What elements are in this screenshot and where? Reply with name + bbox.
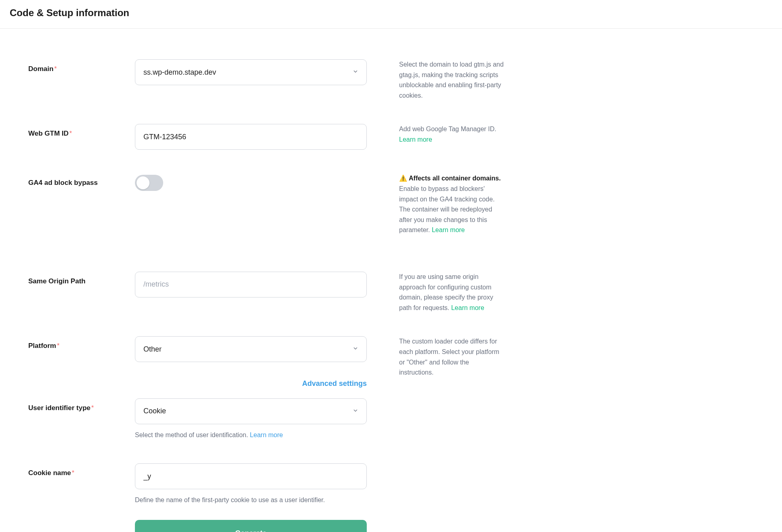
generate-button[interactable]: Generate bbox=[135, 520, 367, 532]
cookie-name-label: Cookie name bbox=[28, 469, 71, 477]
required-asterisk: * bbox=[69, 130, 72, 137]
web-gtm-id-input[interactable] bbox=[135, 124, 367, 150]
ga4-bypass-learn-more-link[interactable]: Learn more bbox=[432, 226, 465, 233]
input-col: Define the name of the first-party cooki… bbox=[135, 463, 367, 505]
label-col: GA4 ad block bypass bbox=[28, 173, 135, 187]
required-asterisk: * bbox=[72, 469, 74, 476]
input-col bbox=[135, 272, 367, 297]
row-domain: Domain* ss.wp-demo.stape.dev Select the … bbox=[28, 59, 505, 101]
input-col: ss.wp-demo.stape.dev bbox=[135, 59, 367, 85]
required-asterisk: * bbox=[57, 342, 59, 349]
domain-select[interactable]: ss.wp-demo.stape.dev bbox=[135, 59, 367, 85]
same-origin-path-help: If you are using same origin approach fo… bbox=[399, 272, 505, 313]
input-col bbox=[135, 124, 367, 150]
ga4-bypass-help: ⚠️Affects all container domains. Enable … bbox=[399, 173, 505, 235]
user-identifier-type-select-wrapper: Cookie bbox=[135, 398, 367, 424]
required-asterisk: * bbox=[91, 404, 94, 411]
cookie-name-sub-help: Define the name of the first-party cooki… bbox=[135, 495, 367, 505]
user-identifier-type-select[interactable]: Cookie bbox=[135, 398, 367, 424]
label-col bbox=[28, 520, 135, 526]
page-title: Code & Setup information bbox=[10, 7, 772, 19]
same-origin-path-learn-more-link[interactable]: Learn more bbox=[451, 304, 484, 311]
label-col: User identifier type* bbox=[28, 398, 135, 412]
platform-select[interactable]: Other bbox=[135, 336, 367, 362]
label-col: Same Origin Path bbox=[28, 272, 135, 285]
ga4-bypass-label: GA4 ad block bypass bbox=[28, 179, 98, 186]
user-identifier-type-learn-more-link[interactable]: Learn more bbox=[250, 431, 283, 438]
row-cookie-name: Cookie name* Define the name of the firs… bbox=[28, 463, 505, 505]
ga4-bypass-toggle[interactable] bbox=[135, 175, 163, 191]
page-header: Code & Setup information bbox=[0, 0, 782, 29]
row-user-identifier-type: User identifier type* Cookie Select the … bbox=[28, 398, 505, 440]
label-col: Cookie name* bbox=[28, 463, 135, 477]
input-col: Cookie Select the method of user identif… bbox=[135, 398, 367, 440]
label-col: Web GTM ID* bbox=[28, 124, 135, 138]
warning-bold: Affects all container domains. bbox=[409, 175, 501, 182]
required-asterisk: * bbox=[54, 65, 57, 72]
domain-label: Domain bbox=[28, 65, 53, 73]
label-col bbox=[28, 385, 135, 391]
row-web-gtm-id: Web GTM ID* Add web Google Tag Manager I… bbox=[28, 124, 505, 150]
same-origin-path-label: Same Origin Path bbox=[28, 277, 86, 285]
web-gtm-id-learn-more-link[interactable]: Learn more bbox=[399, 136, 432, 143]
cookie-name-input[interactable] bbox=[135, 463, 367, 489]
same-origin-path-input[interactable] bbox=[135, 272, 367, 297]
user-identifier-type-sub-help: Select the method of user identification… bbox=[135, 430, 367, 440]
web-gtm-id-help: Add web Google Tag Manager ID. Learn mor… bbox=[399, 124, 505, 145]
domain-help: Select the domain to load gtm.js and gta… bbox=[399, 59, 505, 101]
platform-help: The custom loader code differs for each … bbox=[399, 336, 505, 377]
input-col: Generate bbox=[135, 520, 367, 532]
input-col bbox=[135, 173, 367, 191]
input-col: Other bbox=[135, 336, 367, 362]
row-platform: Platform* Other The custom loader code d… bbox=[28, 336, 505, 377]
toggle-knob bbox=[137, 176, 149, 189]
domain-select-wrapper: ss.wp-demo.stape.dev bbox=[135, 59, 367, 85]
help-text: Add web Google Tag Manager ID. bbox=[399, 126, 496, 132]
advanced-settings-link[interactable]: Advanced settings bbox=[302, 379, 367, 388]
input-col: Advanced settings bbox=[135, 379, 367, 388]
warning-icon: ⚠️ bbox=[399, 173, 407, 184]
label-col: Platform* bbox=[28, 336, 135, 350]
form-container: Domain* ss.wp-demo.stape.dev Select the … bbox=[0, 29, 533, 532]
row-advanced-settings: Advanced settings bbox=[28, 385, 505, 398]
platform-select-wrapper: Other bbox=[135, 336, 367, 362]
user-identifier-type-label: User identifier type bbox=[28, 404, 90, 412]
row-ga4-bypass: GA4 ad block bypass ⚠️Affects all contai… bbox=[28, 173, 505, 235]
platform-label: Platform bbox=[28, 342, 56, 350]
web-gtm-id-label: Web GTM ID bbox=[28, 130, 69, 137]
sub-help-text: Select the method of user identification… bbox=[135, 431, 250, 438]
label-col: Domain* bbox=[28, 59, 135, 73]
row-generate: Generate bbox=[28, 520, 505, 532]
row-same-origin-path: Same Origin Path If you are using same o… bbox=[28, 272, 505, 313]
